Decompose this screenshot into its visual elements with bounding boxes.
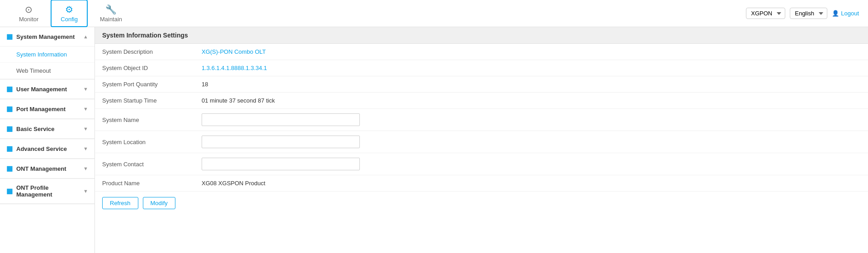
sidebar-header-ont-management[interactable]: ▦ ONT Management ▼: [0, 159, 94, 178]
field-label-system-name: System Name: [95, 109, 194, 131]
chevron-system-management-icon: ▲: [83, 34, 88, 39]
config-icon: ⚙: [65, 4, 73, 15]
sidebar-header-port-management[interactable]: ▦ Port Management ▼: [0, 99, 94, 119]
sidebar-section-port-management: ▦ Port Management ▼: [0, 99, 94, 119]
form-row-system-location: System Location: [95, 131, 868, 153]
system-management-icon: ▦: [6, 33, 13, 41]
sidebar-label-system-management: System Management: [16, 33, 75, 40]
top-nav: ⊙ Monitor ⚙ Config 🔧 Maintain XGPON Engl…: [0, 0, 868, 27]
logout-button[interactable]: 👤 Logout: [832, 10, 859, 17]
field-value-system-port-quantity: 18: [194, 76, 868, 93]
field-label-system-contact: System Contact: [95, 153, 194, 175]
monitor-label: Monitor: [19, 16, 38, 23]
field-value-product-name: XG08 XGSPON Product: [194, 175, 868, 192]
nav-items: ⊙ Monitor ⚙ Config 🔧 Maintain: [9, 0, 134, 27]
user-icon: 👤: [832, 10, 839, 17]
sidebar-section-ont-management: ▦ ONT Management ▼: [0, 159, 94, 179]
form-row-system-contact: System Contact: [95, 153, 868, 175]
advanced-service-icon: ▦: [6, 145, 13, 153]
sidebar: ▦ System Management ▲ System Information…: [0, 27, 95, 253]
field-value-system-contact: [194, 153, 868, 175]
sidebar-section-basic-service: ▦ Basic Service ▼: [0, 119, 94, 139]
config-label: Config: [61, 16, 78, 23]
field-value-system-object-id[interactable]: 1.3.6.1.4.1.8888.1.3.34.1: [194, 60, 868, 76]
content-area: System Information Settings System Descr…: [95, 27, 868, 253]
sidebar-header-ont-profile-management[interactable]: ▦ ONT Profile Management ▼: [0, 179, 94, 204]
sidebar-item-web-timeout[interactable]: Web Timeout: [0, 63, 94, 79]
modify-button[interactable]: Modify: [143, 197, 175, 209]
user-management-icon: ▦: [6, 85, 13, 93]
field-label-system-location: System Location: [95, 131, 194, 153]
field-value-system-location: [194, 131, 868, 153]
form-row-system-port-quantity: System Port Quantity18: [95, 76, 868, 93]
form-table: System DescriptionXG(S)-PON Combo OLTSys…: [95, 44, 868, 192]
sidebar-header-advanced-service[interactable]: ▦ Advanced Service ▼: [0, 139, 94, 159]
field-label-system-object-id: System Object ID: [95, 60, 194, 76]
monitor-icon: ⊙: [25, 4, 33, 15]
sidebar-item-system-information[interactable]: System Information: [0, 47, 94, 63]
sidebar-header-system-management[interactable]: ▦ System Management ▲: [0, 27, 94, 47]
field-label-system-port-quantity: System Port Quantity: [95, 76, 194, 93]
link-system-description[interactable]: XG(S)-PON Combo OLT: [202, 48, 266, 55]
chevron-ont-management-icon: ▼: [83, 166, 88, 171]
nav-right: XGPON English 👤 Logout: [746, 8, 859, 19]
chevron-port-management-icon: ▼: [83, 106, 88, 112]
sidebar-section-system-management: ▦ System Management ▲ System Information…: [0, 27, 94, 80]
chevron-user-management-icon: ▼: [83, 86, 88, 92]
sidebar-label-user-management: User Management: [16, 86, 67, 93]
sidebar-label-basic-service: Basic Service: [16, 126, 55, 132]
field-label-product-name: Product Name: [95, 175, 194, 192]
maintain-label: Maintain: [100, 16, 122, 23]
sidebar-label-port-management: Port Management: [16, 106, 66, 112]
xgpon-dropdown[interactable]: XGPON: [746, 8, 785, 19]
maintain-icon: 🔧: [105, 4, 117, 15]
form-row-system-name: System Name: [95, 109, 868, 131]
port-management-icon: ▦: [6, 105, 13, 113]
field-label-system-description: System Description: [95, 44, 194, 60]
sidebar-header-user-management[interactable]: ▦ User Management ▼: [0, 80, 94, 99]
input-system-location[interactable]: [202, 136, 360, 148]
form-row-system-startup-time: System Startup Time01 minute 37 second 8…: [95, 93, 868, 109]
nav-item-config[interactable]: ⚙ Config: [51, 0, 88, 27]
form-row-system-description: System DescriptionXG(S)-PON Combo OLT: [95, 44, 868, 60]
section-title: System Information Settings: [95, 27, 868, 44]
chevron-basic-service-icon: ▼: [83, 126, 88, 131]
link-system-object-id[interactable]: 1.3.6.1.4.1.8888.1.3.34.1: [202, 65, 267, 71]
field-label-system-startup-time: System Startup Time: [95, 93, 194, 109]
sidebar-section-user-management: ▦ User Management ▼: [0, 80, 94, 99]
btn-area: RefreshModify: [95, 192, 868, 215]
form-row-system-object-id: System Object ID1.3.6.1.4.1.8888.1.3.34.…: [95, 60, 868, 76]
sidebar-section-ont-profile-management: ▦ ONT Profile Management ▼: [0, 179, 94, 204]
sidebar-label-ont-management: ONT Management: [16, 165, 66, 172]
chevron-advanced-service-icon: ▼: [83, 146, 88, 151]
refresh-button[interactable]: Refresh: [102, 197, 138, 209]
basic-service-icon: ▦: [6, 125, 13, 133]
nav-item-monitor[interactable]: ⊙ Monitor: [9, 0, 48, 27]
field-value-system-description[interactable]: XG(S)-PON Combo OLT: [194, 44, 868, 60]
input-system-name[interactable]: [202, 113, 360, 126]
input-system-contact[interactable]: [202, 158, 360, 170]
form-row-product-name: Product NameXG08 XGSPON Product: [95, 175, 868, 192]
field-value-system-name: [194, 109, 868, 131]
ont-profile-management-icon: ▦: [6, 187, 13, 195]
sidebar-header-basic-service[interactable]: ▦ Basic Service ▼: [0, 119, 94, 139]
main-layout: ▦ System Management ▲ System Information…: [0, 27, 868, 253]
language-dropdown[interactable]: English: [790, 8, 827, 19]
ont-management-icon: ▦: [6, 164, 13, 173]
nav-item-maintain[interactable]: 🔧 Maintain: [90, 0, 132, 27]
chevron-ont-profile-management-icon: ▼: [83, 188, 88, 194]
sidebar-section-advanced-service: ▦ Advanced Service ▼: [0, 139, 94, 159]
logout-label: Logout: [841, 10, 859, 17]
sidebar-label-ont-profile-management: ONT Profile Management: [16, 184, 83, 198]
field-value-system-startup-time: 01 minute 37 second 87 tick: [194, 93, 868, 109]
sidebar-label-advanced-service: Advanced Service: [16, 145, 67, 152]
